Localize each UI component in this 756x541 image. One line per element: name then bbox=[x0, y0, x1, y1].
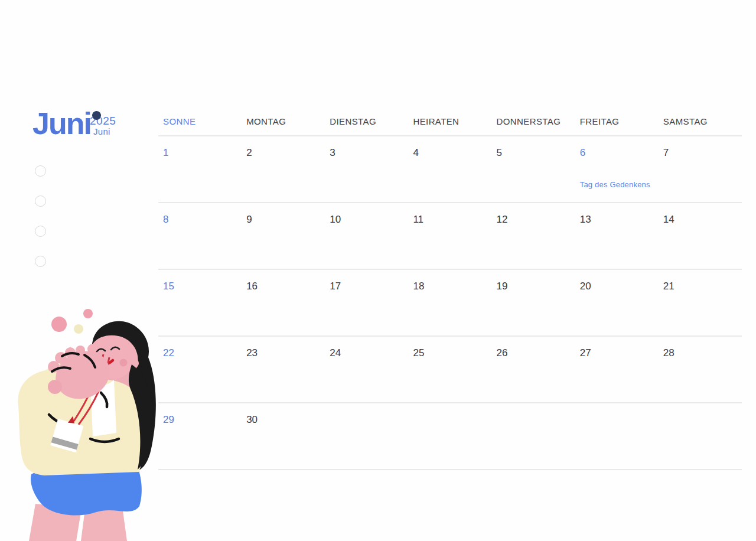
day-cell-23[interactable]: 23 bbox=[242, 337, 325, 402]
title-dot-decoration bbox=[92, 111, 101, 120]
title-block: Juni 2025 Juni bbox=[32, 109, 162, 150]
day-number: 13 bbox=[580, 214, 659, 226]
holiday-label: Tag des Gedenkens bbox=[580, 180, 650, 189]
weekday-header-row: SONNEMONTAGDIENSTAGHEIRATENDONNERSTAGFRE… bbox=[158, 112, 742, 136]
day-number: 26 bbox=[497, 347, 575, 359]
circle-bullet[interactable] bbox=[35, 256, 46, 267]
day-cell-21[interactable]: 21 bbox=[659, 270, 742, 335]
day-number: 4 bbox=[413, 147, 491, 159]
day-number: 12 bbox=[497, 214, 575, 226]
day-number: 8 bbox=[163, 214, 242, 226]
day-number: 3 bbox=[330, 147, 408, 159]
calendar-page: Juni 2025 Juni SONNEMONTAGDIENSTAGHEIRAT… bbox=[0, 0, 756, 541]
weekday-header-freitag: FREITAG bbox=[575, 112, 659, 135]
day-cell-13[interactable]: 13 bbox=[575, 203, 659, 269]
day-cell-28[interactable]: 28 bbox=[659, 337, 742, 402]
weekday-header-samstag: SAMSTAG bbox=[659, 112, 742, 135]
circle-bullet[interactable] bbox=[35, 226, 46, 237]
calendar-week-row: 15161718192021 bbox=[158, 270, 742, 337]
day-cell-empty bbox=[659, 403, 742, 469]
day-cell-29[interactable]: 29 bbox=[158, 403, 242, 469]
day-number: 28 bbox=[663, 347, 742, 359]
day-number: 1 bbox=[163, 147, 242, 159]
day-number: 15 bbox=[163, 281, 242, 292]
day-number: 18 bbox=[413, 281, 491, 292]
day-number: 22 bbox=[163, 347, 242, 359]
day-cell-30[interactable]: 30 bbox=[242, 403, 325, 469]
day-cell-25[interactable]: 25 bbox=[408, 337, 491, 402]
day-cell-6[interactable]: 6Tag des Gedenkens bbox=[575, 136, 659, 202]
day-number: 11 bbox=[413, 214, 491, 226]
day-cell-11[interactable]: 11 bbox=[408, 203, 491, 269]
day-cell-17[interactable]: 17 bbox=[325, 270, 408, 335]
day-number: 19 bbox=[497, 281, 575, 292]
day-number: 24 bbox=[330, 347, 408, 359]
illustration-woman bbox=[15, 298, 157, 541]
day-cell-19[interactable]: 19 bbox=[492, 270, 575, 335]
weekday-header-sonne: SONNE bbox=[158, 112, 242, 135]
month-subtitle: Juni bbox=[93, 126, 110, 136]
calendar-week-row: 891011121314 bbox=[158, 203, 742, 270]
circle-bullet[interactable] bbox=[35, 165, 46, 177]
day-cell-27[interactable]: 27 bbox=[575, 337, 659, 402]
day-cell-8[interactable]: 8 bbox=[158, 203, 242, 269]
day-cell-7[interactable]: 7 bbox=[659, 136, 742, 202]
calendar: SONNEMONTAGDIENSTAGHEIRATENDONNERSTAGFRE… bbox=[158, 112, 742, 470]
calendar-week-row: 2930 bbox=[158, 403, 742, 470]
weekday-header-dienstag: DIENSTAG bbox=[325, 112, 408, 135]
day-cell-1[interactable]: 1 bbox=[158, 136, 242, 202]
day-number: 30 bbox=[246, 414, 325, 426]
day-number: 16 bbox=[246, 281, 325, 292]
weekday-header-donnerstag: DONNERSTAG bbox=[492, 112, 575, 135]
day-cell-16[interactable]: 16 bbox=[242, 270, 325, 335]
calendar-week-row: 22232425262728 bbox=[158, 337, 742, 403]
day-cell-9[interactable]: 9 bbox=[242, 203, 325, 269]
note-bullets bbox=[35, 165, 46, 267]
day-number: 17 bbox=[330, 281, 408, 292]
day-cell-12[interactable]: 12 bbox=[492, 203, 575, 269]
day-number: 29 bbox=[163, 414, 242, 426]
day-number: 25 bbox=[413, 347, 491, 359]
day-number: 6 bbox=[580, 147, 659, 159]
day-cell-26[interactable]: 26 bbox=[492, 337, 575, 402]
day-number: 27 bbox=[580, 347, 659, 359]
day-cell-22[interactable]: 22 bbox=[158, 337, 242, 402]
day-number: 10 bbox=[330, 214, 408, 226]
day-number: 23 bbox=[246, 347, 325, 359]
day-cell-14[interactable]: 14 bbox=[659, 203, 742, 269]
day-cell-15[interactable]: 15 bbox=[158, 270, 242, 335]
bubble-icon bbox=[74, 324, 83, 334]
calendar-body: 123456Tag des Gedenkens78910111213141516… bbox=[158, 136, 742, 470]
weekday-header-heiraten: HEIRATEN bbox=[408, 112, 491, 135]
day-cell-20[interactable]: 20 bbox=[575, 270, 659, 335]
circle-bullet[interactable] bbox=[35, 195, 46, 207]
day-cell-18[interactable]: 18 bbox=[408, 270, 491, 335]
day-cell-10[interactable]: 10 bbox=[325, 203, 408, 269]
day-number: 9 bbox=[246, 214, 325, 226]
day-cell-empty bbox=[492, 403, 575, 469]
day-number: 2 bbox=[246, 147, 325, 159]
day-cell-4[interactable]: 4 bbox=[408, 136, 491, 202]
bubble-icon bbox=[83, 309, 93, 318]
day-cell-24[interactable]: 24 bbox=[325, 337, 408, 402]
day-cell-3[interactable]: 3 bbox=[325, 136, 408, 202]
day-number: 14 bbox=[663, 214, 742, 226]
day-cell-empty bbox=[408, 403, 491, 469]
weekday-header-montag: MONTAG bbox=[242, 112, 325, 135]
day-number: 21 bbox=[663, 281, 742, 292]
calendar-week-row: 123456Tag des Gedenkens7 bbox=[158, 136, 742, 203]
day-number: 5 bbox=[497, 147, 575, 159]
day-cell-5[interactable]: 5 bbox=[492, 136, 575, 202]
day-cell-empty bbox=[575, 403, 659, 469]
day-cell-empty bbox=[325, 403, 408, 469]
day-number: 20 bbox=[580, 281, 659, 292]
month-title: Juni bbox=[32, 109, 91, 138]
bubble-icon bbox=[51, 317, 67, 332]
day-cell-2[interactable]: 2 bbox=[242, 136, 325, 202]
day-number: 7 bbox=[663, 147, 742, 159]
